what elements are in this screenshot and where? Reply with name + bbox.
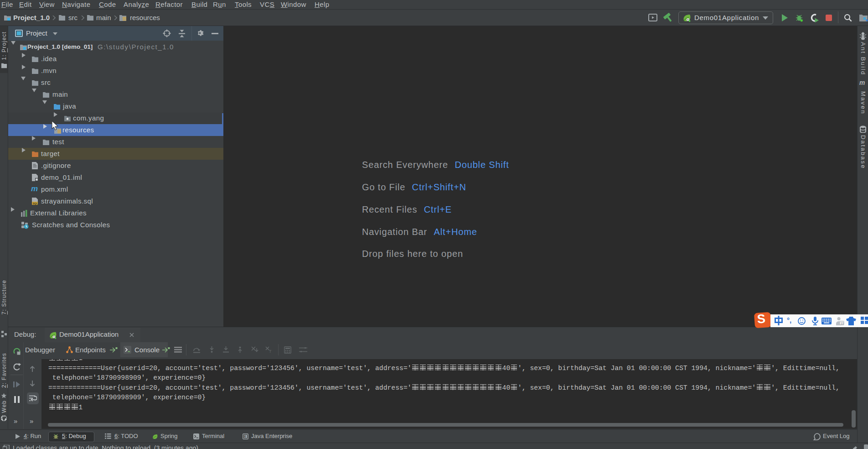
svg-text:T: T [269, 349, 272, 353]
svg-text:11: 11 [841, 322, 844, 325]
svg-text:E: E [244, 435, 247, 438]
svg-text:SQL: SQL [32, 202, 38, 205]
